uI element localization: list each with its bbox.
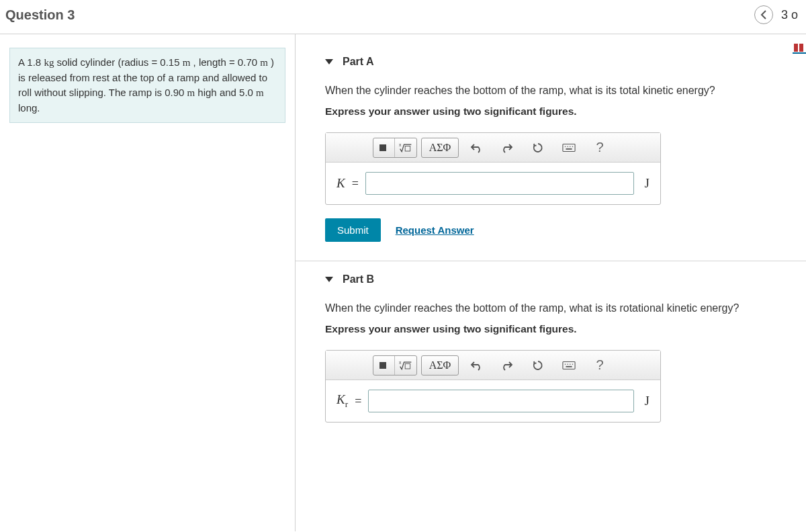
part-b-title: Part B (343, 273, 374, 285)
rectangle-tool-icon[interactable] (373, 138, 395, 157)
help-icon[interactable]: ? (589, 356, 611, 375)
request-answer-link[interactable]: Request Answer (396, 224, 474, 236)
page-indicator: 3 o (781, 8, 798, 22)
svg-rect-8 (566, 148, 572, 149)
part-b-variable: Kr (337, 392, 348, 410)
greek-tools: ΑΣΦ (421, 138, 459, 158)
part-b-toggle[interactable]: Part B (325, 273, 806, 285)
radical-tool-icon[interactable]: x (395, 356, 416, 375)
template-tools: x (373, 138, 417, 158)
svg-rect-2 (405, 146, 410, 151)
svg-point-4 (565, 146, 566, 146)
problem-statement: A 1.8 kg solid cylinder (radius = 0.15 m… (9, 48, 285, 123)
part-a-actions: Submit Request Answer (325, 218, 806, 242)
help-icon[interactable]: ? (589, 138, 611, 157)
part-b-instruction: Express your answer using two significan… (325, 323, 806, 335)
part-a-title: Part A (343, 56, 374, 68)
right-panel: Part A When the cylinder reaches the bot… (296, 34, 806, 531)
svg-point-7 (572, 146, 573, 146)
radical-tool-icon[interactable]: x (395, 138, 416, 157)
svg-rect-12 (563, 361, 575, 369)
part-a-question: When the cylinder reaches the bottom of … (325, 83, 806, 99)
redo-icon[interactable] (496, 138, 518, 157)
part-a-answer-row: K = J (326, 163, 660, 204)
part-a-toolbar: x ΑΣΦ (326, 133, 660, 163)
part-b-question: When the cylinder reaches the bottom of … (325, 300, 806, 316)
keyboard-icon[interactable] (558, 138, 580, 157)
svg-rect-0 (379, 144, 386, 151)
svg-point-13 (565, 363, 566, 364)
template-tools: x (373, 355, 417, 375)
svg-point-6 (570, 146, 570, 146)
part-b-section: Part B When the cylinder reaches the bot… (296, 261, 806, 455)
part-b-answer-input[interactable] (368, 390, 633, 412)
part-a-answer-box: x ΑΣΦ (325, 132, 661, 205)
svg-point-5 (567, 146, 568, 146)
rectangle-tool-icon[interactable] (373, 356, 395, 375)
svg-point-16 (572, 363, 573, 364)
equals-sign: = (355, 394, 361, 408)
greek-letters-button[interactable]: ΑΣΦ (422, 356, 458, 375)
prev-button[interactable] (754, 5, 773, 24)
reset-icon[interactable] (527, 356, 549, 375)
keyboard-icon[interactable] (558, 356, 580, 375)
greek-letters-button[interactable]: ΑΣΦ (422, 138, 458, 157)
svg-text:x: x (399, 360, 402, 365)
part-b-toolbar: x ΑΣΦ (326, 351, 660, 380)
chevron-down-icon (325, 59, 333, 64)
question-title: Question 3 (5, 7, 75, 23)
reset-icon[interactable] (527, 138, 549, 157)
header-right: 3 o (754, 5, 798, 24)
redo-icon[interactable] (496, 356, 518, 375)
svg-rect-9 (379, 362, 386, 369)
equals-sign: = (352, 177, 359, 191)
part-a-variable: K (337, 176, 345, 191)
part-a-instruction: Express your answer using two significan… (325, 105, 806, 118)
part-a-toggle[interactable]: Part A (325, 56, 806, 68)
part-b-answer-box: x ΑΣΦ (325, 350, 661, 423)
undo-icon[interactable] (465, 356, 487, 375)
undo-icon[interactable] (465, 138, 487, 157)
part-b-unit: J (645, 394, 650, 408)
svg-rect-3 (563, 144, 575, 151)
svg-text:x: x (399, 142, 402, 147)
main-layout: A 1.8 kg solid cylinder (radius = 0.15 m… (0, 34, 806, 531)
part-a-section: Part A When the cylinder reaches the bot… (296, 44, 806, 261)
chevron-down-icon (325, 277, 333, 282)
svg-rect-17 (566, 365, 572, 367)
part-b-answer-row: Kr = J (326, 380, 660, 422)
submit-button[interactable]: Submit (325, 218, 381, 242)
part-a-answer-input[interactable] (365, 172, 634, 195)
page-header: Question 3 3 o (0, 0, 806, 34)
svg-point-15 (570, 363, 570, 364)
greek-tools: ΑΣΦ (421, 355, 459, 375)
svg-point-14 (567, 363, 568, 364)
left-panel: A 1.8 kg solid cylinder (radius = 0.15 m… (0, 34, 296, 531)
part-a-unit: J (645, 176, 650, 191)
flag-icon[interactable] (794, 44, 803, 52)
svg-rect-11 (405, 363, 410, 369)
